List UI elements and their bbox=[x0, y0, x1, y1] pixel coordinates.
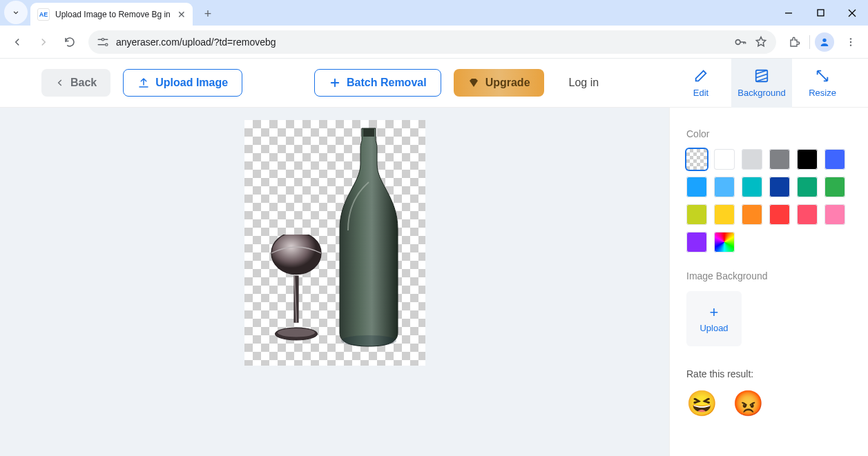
tab-edit[interactable]: Edit bbox=[671, 59, 731, 108]
upgrade-button[interactable]: Upgrade bbox=[454, 69, 544, 97]
rating-emojis: 😆 😡 bbox=[686, 389, 851, 418]
password-key-icon[interactable] bbox=[733, 35, 747, 49]
new-tab-button[interactable]: + bbox=[198, 4, 218, 23]
tab-edit-label: Edit bbox=[693, 88, 708, 98]
image-canvas[interactable] bbox=[244, 120, 425, 366]
edit-icon bbox=[693, 68, 708, 83]
svg-rect-1 bbox=[818, 10, 824, 16]
extensions-button[interactable] bbox=[783, 30, 807, 54]
svg-point-9 bbox=[735, 39, 740, 44]
swatch-lime[interactable] bbox=[686, 204, 707, 225]
swatch-green[interactable] bbox=[824, 177, 845, 197]
swatch-black[interactable] bbox=[797, 149, 818, 170]
upload-bg-tile[interactable]: + Upload bbox=[686, 291, 742, 346]
nav-forward-button[interactable] bbox=[32, 30, 55, 54]
swatch-transparent[interactable] bbox=[686, 149, 707, 170]
site-settings-icon[interactable] bbox=[97, 37, 109, 47]
batch-removal-button[interactable]: Batch Removal bbox=[314, 69, 441, 97]
tab-title: Upload Image to Remove Bg in bbox=[55, 10, 172, 19]
svg-rect-7 bbox=[98, 44, 106, 46]
svg-line-16 bbox=[756, 74, 768, 78]
tab-resize[interactable]: Resize bbox=[792, 59, 853, 108]
canvas-area: 100% bbox=[0, 108, 669, 456]
close-icon bbox=[848, 9, 856, 17]
back-button[interactable]: Back bbox=[41, 69, 110, 97]
svg-point-8 bbox=[106, 43, 108, 46]
emoji-laugh[interactable]: 😆 bbox=[686, 389, 717, 418]
diamond-icon bbox=[467, 77, 480, 89]
swatch-purple[interactable] bbox=[686, 232, 707, 252]
profile-button[interactable] bbox=[813, 30, 836, 54]
browser-menu-button[interactable] bbox=[839, 30, 862, 54]
swatch-yellow[interactable] bbox=[714, 204, 735, 225]
wine-glass-image bbox=[265, 235, 327, 346]
upload-image-button[interactable]: Upload Image bbox=[123, 69, 242, 97]
tab-background-label: Background bbox=[737, 88, 785, 98]
svg-rect-18 bbox=[363, 128, 374, 137]
swatch-coral[interactable] bbox=[797, 204, 818, 225]
svg-point-11 bbox=[850, 38, 851, 39]
svg-rect-5 bbox=[104, 39, 108, 40]
close-button[interactable] bbox=[836, 0, 868, 26]
minimize-button[interactable] bbox=[773, 0, 804, 26]
swatch-gray[interactable] bbox=[769, 149, 790, 170]
plus-icon bbox=[329, 77, 341, 89]
color-swatches bbox=[686, 149, 851, 252]
minimize-icon bbox=[784, 9, 793, 17]
swatch-cyan[interactable] bbox=[742, 177, 762, 197]
reload-icon bbox=[64, 36, 76, 48]
maximize-button[interactable] bbox=[804, 0, 836, 26]
upload-image-label: Upload Image bbox=[155, 77, 228, 89]
avatar-icon bbox=[815, 32, 834, 52]
arrow-right-icon bbox=[37, 36, 50, 48]
background-icon bbox=[754, 68, 769, 83]
tab-background[interactable]: Background bbox=[731, 59, 792, 108]
tab-dropdown[interactable] bbox=[4, 1, 28, 24]
url-bar[interactable]: anyeraser.com/upload/?td=removebg bbox=[88, 30, 776, 54]
svg-rect-4 bbox=[98, 39, 102, 40]
emoji-angry[interactable]: 😡 bbox=[733, 389, 764, 418]
reload-button[interactable] bbox=[58, 30, 81, 54]
swatch-red[interactable] bbox=[769, 204, 790, 225]
bookmark-star-icon[interactable] bbox=[754, 35, 768, 49]
swatch-pink[interactable] bbox=[824, 204, 845, 225]
svg-point-13 bbox=[850, 44, 851, 46]
tool-tabs: Edit Background Resize bbox=[671, 59, 853, 108]
app-toolbar: Back Upload Image Batch Removal Upgrade … bbox=[0, 59, 868, 108]
login-link[interactable]: Log in bbox=[569, 77, 599, 89]
svg-point-12 bbox=[850, 41, 851, 42]
tab-resize-label: Resize bbox=[809, 88, 836, 98]
window-controls bbox=[773, 0, 868, 26]
browser-tab[interactable]: AE Upload Image to Remove Bg in ✕ bbox=[30, 3, 193, 26]
arrow-left-icon bbox=[11, 36, 23, 48]
tab-close-icon[interactable]: ✕ bbox=[177, 9, 186, 20]
swatch-light-gray[interactable] bbox=[742, 149, 762, 170]
upgrade-label: Upgrade bbox=[485, 77, 530, 89]
swatch-navy[interactable] bbox=[769, 177, 790, 197]
url-text: anyeraser.com/upload/?td=removebg bbox=[116, 37, 726, 48]
swatch-orange[interactable] bbox=[742, 204, 762, 225]
swatch-sky-blue[interactable] bbox=[686, 177, 707, 197]
swatch-white[interactable] bbox=[714, 149, 735, 170]
resize-icon bbox=[815, 68, 830, 83]
image-bg-label: Image Background bbox=[686, 270, 851, 281]
upload-bg-label: Upload bbox=[700, 323, 728, 333]
batch-removal-label: Batch Removal bbox=[347, 77, 427, 89]
swatch-rainbow[interactable] bbox=[714, 232, 735, 252]
swatch-royal-blue[interactable] bbox=[824, 149, 845, 170]
kebab-icon bbox=[845, 37, 856, 48]
side-panel: Color Image Background + Upload Rate thi… bbox=[669, 108, 868, 456]
chevron-down-icon bbox=[11, 8, 21, 17]
swatch-light-blue[interactable] bbox=[714, 177, 735, 197]
svg-point-22 bbox=[278, 328, 315, 337]
svg-point-6 bbox=[102, 38, 104, 40]
swatch-teal[interactable] bbox=[797, 177, 818, 197]
workspace: 100% Color Image Background + Upload Rat… bbox=[0, 108, 868, 456]
plus-icon: + bbox=[710, 305, 719, 320]
nav-back-button[interactable] bbox=[6, 30, 29, 54]
chevron-left-icon bbox=[55, 78, 65, 88]
divider bbox=[809, 35, 810, 49]
upload-icon bbox=[137, 77, 150, 89]
extensions-icon bbox=[789, 36, 801, 48]
rate-label: Rate this result: bbox=[686, 368, 851, 379]
